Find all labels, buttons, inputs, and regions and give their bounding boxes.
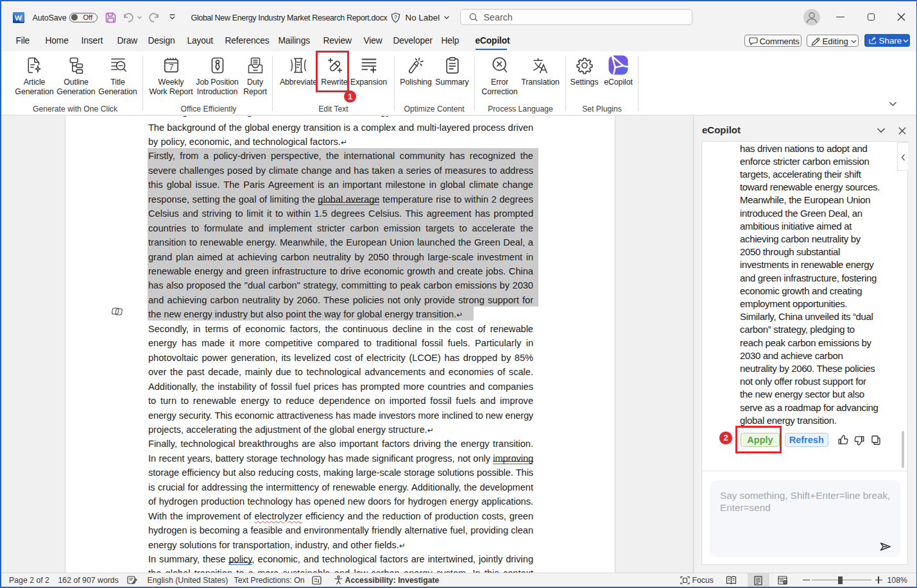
svg-text:W: W xyxy=(15,14,22,22)
svg-text:?: ? xyxy=(393,14,397,21)
svg-text:7: 7 xyxy=(169,62,173,72)
